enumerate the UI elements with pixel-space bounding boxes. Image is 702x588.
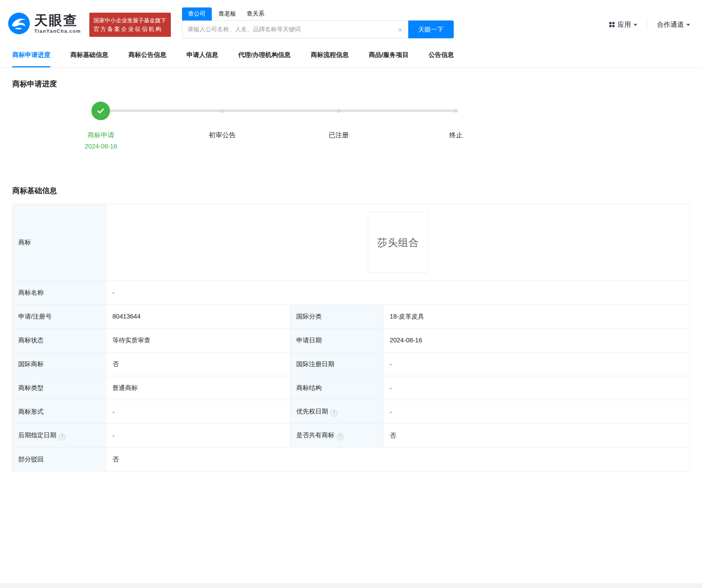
pending-circle-icon: [337, 109, 341, 113]
tab-goods-services[interactable]: 商品/服务项目: [369, 44, 409, 67]
table-row: 商标名称 -: [12, 281, 690, 305]
row-value: 18-皮革皮具: [384, 305, 690, 329]
row-value: -: [106, 424, 290, 448]
certification-badge: 国家中小企业发展子基金旗下 官方备案企业征信机构: [89, 13, 171, 37]
row-value: -: [106, 281, 690, 305]
chevron-down-icon: [634, 24, 637, 26]
table-row: 国际商标 否 国际注册日期 -: [12, 352, 690, 376]
logo-domain: TianYanCha.com: [34, 28, 81, 34]
row-value: 否: [384, 424, 690, 448]
step-terminated: 终止: [449, 102, 463, 140]
chevron-down-icon: [686, 24, 690, 26]
cooperation-menu-label: 合作通道: [657, 20, 684, 29]
table-row: 商标 莎头组合: [12, 204, 690, 281]
clear-search-icon[interactable]: ×: [398, 26, 402, 33]
table-row: 部分驳回 否: [12, 448, 690, 472]
apps-grid-icon: [609, 22, 615, 27]
step-preliminary-approval: 初审公告: [209, 102, 236, 140]
pending-circle-icon: [220, 109, 224, 113]
logo-title: 天眼查: [34, 13, 81, 28]
tab-notice-info[interactable]: 公告信息: [428, 44, 454, 67]
row-value: 否: [106, 352, 290, 376]
help-icon[interactable]: ?: [337, 434, 344, 440]
trademark-image-cell: 莎头组合: [106, 204, 690, 281]
footer-divider: [0, 584, 702, 588]
progress-section-title: 商标申请进度: [12, 79, 702, 89]
step-registered: 已注册: [329, 102, 349, 140]
header: 天眼查 TianYanCha.com 国家中小企业发展子基金旗下 官方备案企业征…: [0, 0, 702, 44]
row-value: 80413644: [106, 305, 290, 329]
step-label: 商标申请: [87, 131, 114, 140]
badge-line2: 官方备案企业征信机构: [94, 25, 166, 33]
row-label: 优先权日期?: [290, 400, 384, 424]
table-row: 申请/注册号 80413644 国际分类 18-皮革皮具: [12, 305, 690, 329]
tab-application-progress[interactable]: 商标申请进度: [12, 44, 50, 67]
apps-menu-label: 应用: [618, 20, 631, 29]
step-label: 初审公告: [209, 131, 236, 140]
tab-agency-info[interactable]: 代理/办理机构信息: [238, 44, 291, 67]
basic-info-table: 商标 莎头组合 商标名称 - 申请/注册号 80413644 国际分类 18-皮…: [12, 204, 690, 472]
search-input[interactable]: [182, 21, 408, 38]
search-button[interactable]: 天眼一下: [408, 20, 454, 38]
check-circle-icon: [92, 102, 110, 120]
tab-basic-info[interactable]: 商标基础信息: [70, 44, 108, 67]
row-label: 商标形式: [12, 400, 106, 424]
row-value: 普通商标: [106, 376, 290, 400]
search-area: 查公司 查老板 查关系 × 天眼一下: [182, 7, 454, 38]
main-content: 商标申请进度 商标申请 2024-08-16 初审公告 已注册: [0, 79, 702, 472]
row-value: 否: [106, 448, 690, 472]
page: 天眼查 TianYanCha.com 国家中小企业发展子基金旗下 官方备案企业征…: [0, 0, 702, 588]
tab-applicant-info[interactable]: 申请人信息: [186, 44, 218, 67]
search-tab-company[interactable]: 查公司: [182, 7, 212, 20]
row-label: 商标结构: [290, 376, 384, 400]
row-label: 申请/注册号: [12, 305, 106, 329]
row-label: 商标状态: [12, 329, 106, 352]
row-label: 商标: [12, 204, 106, 281]
header-divider: [647, 20, 647, 29]
row-value: 等待实质审查: [106, 329, 290, 352]
row-value: -: [384, 352, 690, 376]
tianyancha-logo[interactable]: 天眼查 TianYanCha.com: [7, 12, 81, 35]
trademark-image: 莎头组合: [368, 212, 428, 273]
row-label: 申请日期: [290, 329, 384, 352]
tianyancha-logo-icon: [7, 12, 31, 35]
row-label: 国际商标: [12, 352, 106, 376]
tab-announcement-info[interactable]: 商标公告信息: [128, 44, 166, 67]
step-applied: 商标申请 2024-08-16: [85, 102, 117, 150]
search-input-box: ×: [182, 20, 408, 38]
table-row: 后期指定日期? - 是否共有商标? 否: [12, 424, 690, 448]
table-row: 商标形式 - 优先权日期? -: [12, 400, 690, 424]
row-label: 后期指定日期?: [12, 424, 106, 448]
tab-process-info[interactable]: 商标流程信息: [311, 44, 349, 67]
search-tab-boss[interactable]: 查老板: [218, 7, 236, 20]
row-label: 国际分类: [290, 305, 384, 329]
help-icon[interactable]: ?: [59, 434, 66, 440]
progress-stepper: 商标申请 2024-08-16 初审公告 已注册 终止: [0, 102, 702, 154]
row-value: -: [384, 376, 690, 400]
apps-menu[interactable]: 应用: [609, 20, 637, 29]
help-icon[interactable]: ?: [331, 410, 337, 416]
pending-circle-icon: [454, 109, 458, 113]
step-label: 已注册: [329, 131, 349, 140]
section-nav: 商标申请进度 商标基础信息 商标公告信息 申请人信息 代理/办理机构信息 商标流…: [0, 44, 702, 68]
badge-line1: 国家中小企业发展子基金旗下: [94, 16, 166, 25]
stepper-track: [101, 109, 456, 112]
row-value: 2024-08-16: [384, 329, 690, 352]
basic-info-section-title: 商标基础信息: [12, 186, 702, 196]
row-label: 国际注册日期: [290, 352, 384, 376]
table-row: 商标状态 等待实质审查 申请日期 2024-08-16: [12, 329, 690, 352]
table-row: 商标类型 普通商标 商标结构 -: [12, 376, 690, 400]
step-date: 2024-08-16: [85, 143, 117, 150]
cooperation-menu[interactable]: 合作通道: [657, 20, 690, 29]
step-label: 终止: [449, 131, 463, 140]
search-tabs: 查公司 查老板 查关系: [182, 7, 454, 20]
row-label: 商标名称: [12, 281, 106, 305]
row-label: 商标类型: [12, 376, 106, 400]
search-tab-relation[interactable]: 查关系: [247, 7, 265, 20]
row-value: -: [384, 400, 690, 424]
row-value: -: [106, 400, 290, 424]
row-label: 部分驳回: [12, 448, 106, 472]
row-label: 是否共有商标?: [290, 424, 384, 448]
header-right: 应用 合作通道: [609, 20, 690, 29]
